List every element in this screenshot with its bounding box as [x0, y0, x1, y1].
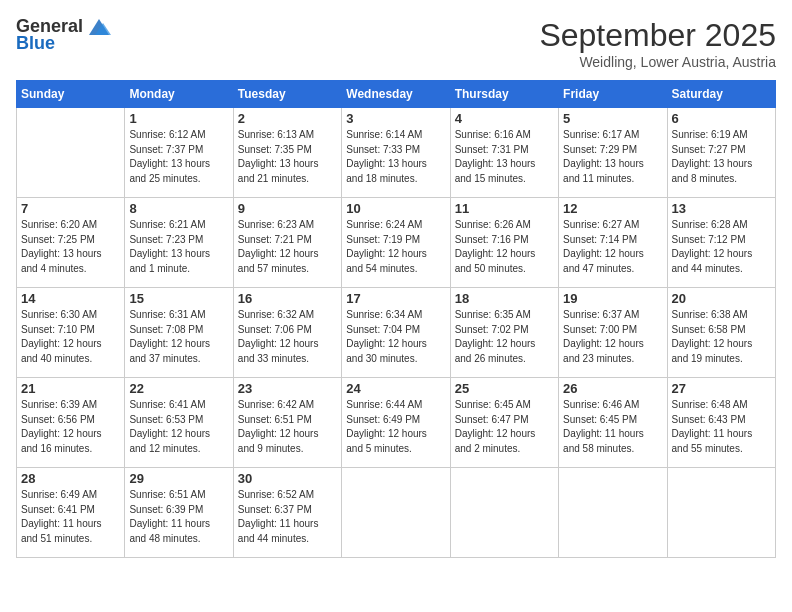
day-number: 13 [672, 201, 771, 216]
day-info: Sunrise: 6:45 AM Sunset: 6:47 PM Dayligh… [455, 398, 554, 456]
calendar-cell: 20Sunrise: 6:38 AM Sunset: 6:58 PM Dayli… [667, 288, 775, 378]
calendar-cell: 22Sunrise: 6:41 AM Sunset: 6:53 PM Dayli… [125, 378, 233, 468]
day-number: 27 [672, 381, 771, 396]
calendar-cell: 19Sunrise: 6:37 AM Sunset: 7:00 PM Dayli… [559, 288, 667, 378]
day-number: 20 [672, 291, 771, 306]
day-number: 10 [346, 201, 445, 216]
day-number: 26 [563, 381, 662, 396]
day-number: 9 [238, 201, 337, 216]
calendar-week-5: 28Sunrise: 6:49 AM Sunset: 6:41 PM Dayli… [17, 468, 776, 558]
day-info: Sunrise: 6:26 AM Sunset: 7:16 PM Dayligh… [455, 218, 554, 276]
calendar-cell [342, 468, 450, 558]
day-info: Sunrise: 6:28 AM Sunset: 7:12 PM Dayligh… [672, 218, 771, 276]
calendar-cell [450, 468, 558, 558]
day-number: 2 [238, 111, 337, 126]
day-info: Sunrise: 6:16 AM Sunset: 7:31 PM Dayligh… [455, 128, 554, 186]
calendar-cell: 18Sunrise: 6:35 AM Sunset: 7:02 PM Dayli… [450, 288, 558, 378]
calendar-cell: 21Sunrise: 6:39 AM Sunset: 6:56 PM Dayli… [17, 378, 125, 468]
day-number: 18 [455, 291, 554, 306]
day-info: Sunrise: 6:21 AM Sunset: 7:23 PM Dayligh… [129, 218, 228, 276]
calendar-cell: 9Sunrise: 6:23 AM Sunset: 7:21 PM Daylig… [233, 198, 341, 288]
day-info: Sunrise: 6:39 AM Sunset: 6:56 PM Dayligh… [21, 398, 120, 456]
calendar-cell: 23Sunrise: 6:42 AM Sunset: 6:51 PM Dayli… [233, 378, 341, 468]
weekday-thursday: Thursday [450, 81, 558, 108]
calendar-cell: 1Sunrise: 6:12 AM Sunset: 7:37 PM Daylig… [125, 108, 233, 198]
weekday-saturday: Saturday [667, 81, 775, 108]
calendar-cell: 11Sunrise: 6:26 AM Sunset: 7:16 PM Dayli… [450, 198, 558, 288]
logo: General Blue [16, 16, 113, 54]
calendar-cell [17, 108, 125, 198]
day-info: Sunrise: 6:30 AM Sunset: 7:10 PM Dayligh… [21, 308, 120, 366]
day-info: Sunrise: 6:52 AM Sunset: 6:37 PM Dayligh… [238, 488, 337, 546]
day-number: 28 [21, 471, 120, 486]
month-title: September 2025 [539, 16, 776, 54]
day-number: 8 [129, 201, 228, 216]
day-number: 15 [129, 291, 228, 306]
day-info: Sunrise: 6:32 AM Sunset: 7:06 PM Dayligh… [238, 308, 337, 366]
calendar-cell: 8Sunrise: 6:21 AM Sunset: 7:23 PM Daylig… [125, 198, 233, 288]
calendar-cell: 26Sunrise: 6:46 AM Sunset: 6:45 PM Dayli… [559, 378, 667, 468]
calendar-cell: 2Sunrise: 6:13 AM Sunset: 7:35 PM Daylig… [233, 108, 341, 198]
calendar-cell: 4Sunrise: 6:16 AM Sunset: 7:31 PM Daylig… [450, 108, 558, 198]
day-number: 14 [21, 291, 120, 306]
calendar-cell: 28Sunrise: 6:49 AM Sunset: 6:41 PM Dayli… [17, 468, 125, 558]
calendar-cell: 12Sunrise: 6:27 AM Sunset: 7:14 PM Dayli… [559, 198, 667, 288]
day-number: 21 [21, 381, 120, 396]
day-number: 3 [346, 111, 445, 126]
weekday-sunday: Sunday [17, 81, 125, 108]
day-number: 29 [129, 471, 228, 486]
day-info: Sunrise: 6:27 AM Sunset: 7:14 PM Dayligh… [563, 218, 662, 276]
day-number: 6 [672, 111, 771, 126]
calendar-cell: 13Sunrise: 6:28 AM Sunset: 7:12 PM Dayli… [667, 198, 775, 288]
calendar-cell: 29Sunrise: 6:51 AM Sunset: 6:39 PM Dayli… [125, 468, 233, 558]
day-info: Sunrise: 6:41 AM Sunset: 6:53 PM Dayligh… [129, 398, 228, 456]
day-info: Sunrise: 6:46 AM Sunset: 6:45 PM Dayligh… [563, 398, 662, 456]
day-number: 5 [563, 111, 662, 126]
day-info: Sunrise: 6:23 AM Sunset: 7:21 PM Dayligh… [238, 218, 337, 276]
day-number: 16 [238, 291, 337, 306]
day-number: 25 [455, 381, 554, 396]
day-info: Sunrise: 6:37 AM Sunset: 7:00 PM Dayligh… [563, 308, 662, 366]
calendar-cell: 7Sunrise: 6:20 AM Sunset: 7:25 PM Daylig… [17, 198, 125, 288]
day-info: Sunrise: 6:49 AM Sunset: 6:41 PM Dayligh… [21, 488, 120, 546]
calendar-week-4: 21Sunrise: 6:39 AM Sunset: 6:56 PM Dayli… [17, 378, 776, 468]
day-number: 23 [238, 381, 337, 396]
day-info: Sunrise: 6:44 AM Sunset: 6:49 PM Dayligh… [346, 398, 445, 456]
calendar-cell: 16Sunrise: 6:32 AM Sunset: 7:06 PM Dayli… [233, 288, 341, 378]
weekday-friday: Friday [559, 81, 667, 108]
day-number: 4 [455, 111, 554, 126]
day-number: 7 [21, 201, 120, 216]
day-info: Sunrise: 6:34 AM Sunset: 7:04 PM Dayligh… [346, 308, 445, 366]
calendar-cell: 14Sunrise: 6:30 AM Sunset: 7:10 PM Dayli… [17, 288, 125, 378]
calendar-cell [559, 468, 667, 558]
calendar-cell: 24Sunrise: 6:44 AM Sunset: 6:49 PM Dayli… [342, 378, 450, 468]
day-info: Sunrise: 6:14 AM Sunset: 7:33 PM Dayligh… [346, 128, 445, 186]
weekday-tuesday: Tuesday [233, 81, 341, 108]
day-info: Sunrise: 6:24 AM Sunset: 7:19 PM Dayligh… [346, 218, 445, 276]
calendar-cell: 17Sunrise: 6:34 AM Sunset: 7:04 PM Dayli… [342, 288, 450, 378]
day-info: Sunrise: 6:13 AM Sunset: 7:35 PM Dayligh… [238, 128, 337, 186]
calendar-cell: 10Sunrise: 6:24 AM Sunset: 7:19 PM Dayli… [342, 198, 450, 288]
weekday-header-row: SundayMondayTuesdayWednesdayThursdayFrid… [17, 81, 776, 108]
day-info: Sunrise: 6:17 AM Sunset: 7:29 PM Dayligh… [563, 128, 662, 186]
calendar-cell: 30Sunrise: 6:52 AM Sunset: 6:37 PM Dayli… [233, 468, 341, 558]
logo-icon [85, 17, 113, 37]
day-number: 1 [129, 111, 228, 126]
day-info: Sunrise: 6:48 AM Sunset: 6:43 PM Dayligh… [672, 398, 771, 456]
logo-blue-text: Blue [16, 33, 55, 54]
day-info: Sunrise: 6:35 AM Sunset: 7:02 PM Dayligh… [455, 308, 554, 366]
calendar-cell: 25Sunrise: 6:45 AM Sunset: 6:47 PM Dayli… [450, 378, 558, 468]
calendar-week-3: 14Sunrise: 6:30 AM Sunset: 7:10 PM Dayli… [17, 288, 776, 378]
day-info: Sunrise: 6:20 AM Sunset: 7:25 PM Dayligh… [21, 218, 120, 276]
calendar-cell: 3Sunrise: 6:14 AM Sunset: 7:33 PM Daylig… [342, 108, 450, 198]
day-number: 19 [563, 291, 662, 306]
weekday-wednesday: Wednesday [342, 81, 450, 108]
day-number: 12 [563, 201, 662, 216]
calendar-week-2: 7Sunrise: 6:20 AM Sunset: 7:25 PM Daylig… [17, 198, 776, 288]
day-info: Sunrise: 6:12 AM Sunset: 7:37 PM Dayligh… [129, 128, 228, 186]
calendar-body: 1Sunrise: 6:12 AM Sunset: 7:37 PM Daylig… [17, 108, 776, 558]
day-info: Sunrise: 6:51 AM Sunset: 6:39 PM Dayligh… [129, 488, 228, 546]
calendar-cell: 5Sunrise: 6:17 AM Sunset: 7:29 PM Daylig… [559, 108, 667, 198]
calendar-cell: 15Sunrise: 6:31 AM Sunset: 7:08 PM Dayli… [125, 288, 233, 378]
calendar-cell: 27Sunrise: 6:48 AM Sunset: 6:43 PM Dayli… [667, 378, 775, 468]
